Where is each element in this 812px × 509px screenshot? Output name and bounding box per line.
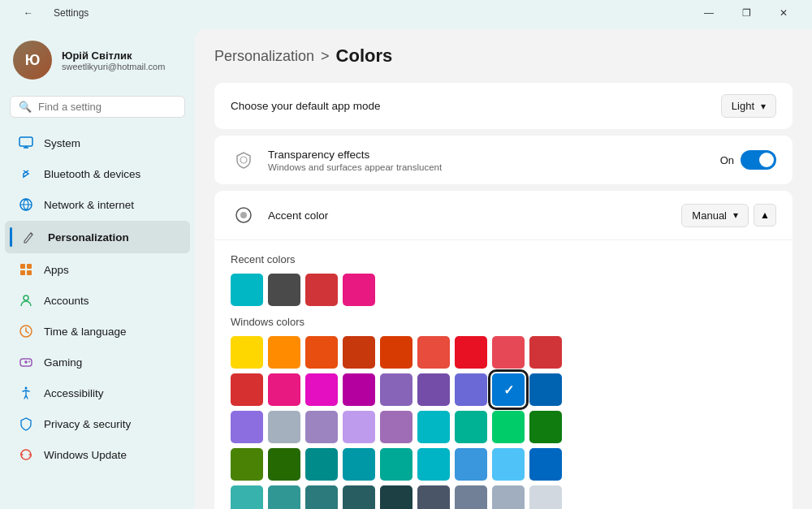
color-forest[interactable] — [529, 411, 562, 443]
windows-color-row-3 — [231, 411, 776, 443]
breadcrumb: Personalization > Colors — [214, 45, 793, 67]
color-coral[interactable] — [417, 336, 450, 369]
color-violet[interactable] — [417, 373, 450, 406]
system-icon — [18, 135, 34, 151]
maximize-button[interactable]: ❐ — [728, 0, 765, 26]
color-lavender[interactable] — [380, 373, 412, 406]
accent-label: Accent color — [268, 209, 681, 222]
color-red-orange[interactable] — [380, 336, 412, 369]
color-purple-dark[interactable] — [343, 373, 375, 406]
svg-rect-6 — [20, 270, 25, 275]
color-seafoam2[interactable] — [380, 448, 412, 481]
svg-rect-4 — [20, 264, 25, 269]
time-icon — [18, 323, 34, 339]
content-area: Personalization > Colors Choose your def… — [195, 29, 812, 509]
nav-label-update: Windows Update — [44, 449, 127, 461]
svg-point-17 — [240, 212, 247, 218]
nav-item-gaming[interactable]: Gaming — [5, 347, 190, 377]
color-dark-blue[interactable] — [529, 373, 562, 406]
color-bright-red[interactable] — [455, 336, 487, 369]
minimize-button[interactable]: — — [690, 0, 728, 26]
color-cobalt[interactable] — [529, 448, 562, 481]
search-input[interactable] — [38, 101, 176, 113]
accent-controls: Manual ▾ ▲ — [681, 204, 776, 227]
color-teal4[interactable] — [305, 485, 338, 509]
color-light-blue[interactable] — [492, 448, 525, 481]
color-dark-gray-teal[interactable] — [380, 485, 412, 509]
recent-swatch-3[interactable] — [305, 274, 338, 306]
color-cornflower[interactable] — [455, 448, 487, 481]
transparency-row: Transparency effects Windows and surface… — [214, 136, 793, 184]
color-grape[interactable] — [380, 411, 412, 443]
nav-label-accounts: Accounts — [44, 295, 89, 307]
color-magenta[interactable] — [305, 373, 338, 406]
nav-item-accounts[interactable]: Accounts — [5, 286, 190, 315]
back-button[interactable]: ← — [10, 0, 47, 26]
windows-color-row-2 — [231, 373, 776, 406]
svg-rect-7 — [27, 270, 32, 275]
color-light-gray[interactable] — [492, 485, 525, 509]
svg-point-14 — [25, 387, 28, 390]
recent-swatch-1[interactable] — [231, 274, 263, 306]
search-icon: 🔍 — [19, 101, 32, 113]
recent-swatch-4[interactable] — [343, 274, 375, 306]
color-dark-teal[interactable] — [305, 448, 338, 481]
accent-dropdown[interactable]: Manual ▾ — [681, 204, 749, 227]
close-button[interactable]: ✕ — [765, 0, 802, 26]
user-profile[interactable]: Ю Юрій Світлик sweetlikyuri@hotmail.com — [0, 32, 195, 93]
color-orange-red[interactable] — [305, 336, 338, 369]
nav-item-privacy[interactable]: Privacy & security — [5, 409, 190, 438]
color-teal3[interactable] — [268, 485, 300, 509]
color-med-purple[interactable] — [305, 411, 338, 443]
color-grid-section: Recent colors Windows colors — [214, 240, 793, 509]
user-email: sweetlikyuri@hotmail.com — [62, 62, 165, 71]
breadcrumb-separator: > — [321, 48, 330, 65]
color-gold[interactable] — [231, 336, 263, 369]
nav-label-gaming: Gaming — [44, 356, 82, 369]
color-crimson[interactable] — [529, 336, 562, 369]
window-title: Settings — [54, 7, 89, 19]
recent-colors-label: Recent colors — [231, 253, 776, 265]
nav-item-network[interactable]: Network & internet — [5, 190, 190, 219]
nav-item-bluetooth[interactable]: Bluetooth & devices — [5, 159, 190, 188]
color-periwinkle[interactable] — [231, 411, 263, 443]
app-mode-dropdown[interactable]: Light ▾ — [721, 94, 776, 118]
color-rose[interactable] — [492, 336, 525, 369]
color-lime[interactable] — [231, 448, 263, 481]
color-rust[interactable] — [343, 336, 375, 369]
color-mint[interactable] — [492, 411, 525, 443]
avatar: Ю — [13, 41, 52, 80]
search-box[interactable]: 🔍 — [10, 96, 185, 118]
color-silver[interactable] — [529, 485, 562, 509]
nav-item-accessibility[interactable]: Accessibility — [5, 378, 190, 408]
color-red2[interactable] — [231, 373, 263, 406]
user-info: Юрій Світлик sweetlikyuri@hotmail.com — [62, 50, 165, 71]
color-gray-blue[interactable] — [268, 411, 300, 443]
color-light-purple[interactable] — [343, 411, 375, 443]
color-sky[interactable] — [417, 448, 450, 481]
color-gray2[interactable] — [455, 485, 487, 509]
color-teal2[interactable] — [231, 485, 263, 509]
nav-item-update[interactable]: Windows Update — [5, 440, 190, 469]
transparency-toggle[interactable] — [741, 150, 776, 170]
color-seafoam[interactable] — [455, 411, 487, 443]
color-blue-selected[interactable] — [492, 373, 525, 406]
svg-point-8 — [24, 295, 28, 300]
accent-chevron-icon: ▾ — [733, 209, 738, 221]
color-blue-violet[interactable] — [455, 373, 487, 406]
color-teal[interactable] — [417, 411, 450, 443]
accent-expand-button[interactable]: ▲ — [754, 204, 776, 226]
color-cyan2[interactable] — [343, 448, 375, 481]
color-teal5[interactable] — [343, 485, 375, 509]
color-darkorange[interactable] — [268, 336, 300, 369]
color-dark-gray[interactable] — [417, 485, 450, 509]
nav-label-time: Time & language — [44, 326, 127, 338]
nav-item-personalization[interactable]: Personalization — [5, 221, 190, 253]
color-hot-pink[interactable] — [268, 373, 300, 406]
nav-item-system[interactable]: System — [5, 128, 190, 157]
nav-item-time[interactable]: Time & language — [5, 317, 190, 346]
recent-swatch-2[interactable] — [268, 274, 300, 306]
color-dark-green[interactable] — [268, 448, 300, 481]
breadcrumb-parent[interactable]: Personalization — [214, 48, 314, 65]
nav-item-apps[interactable]: Apps — [5, 255, 190, 284]
